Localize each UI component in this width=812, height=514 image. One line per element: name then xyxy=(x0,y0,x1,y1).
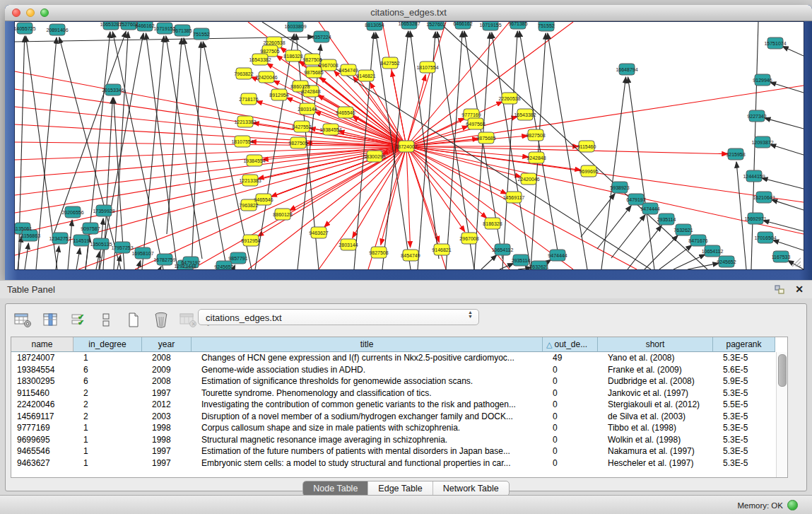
window-titlebar[interactable]: citations_edges.txt xyxy=(5,5,812,21)
table-cell: 2012 xyxy=(142,399,192,411)
table-cell: 49 xyxy=(543,352,598,364)
column-header-year[interactable]: year xyxy=(142,337,192,352)
table-row[interactable]: 1830029562008Estimation of significance … xyxy=(11,375,787,387)
graph-node-label: 14569117 xyxy=(503,195,525,200)
graph-node-label: 8471676 xyxy=(688,238,707,243)
table-cell: Stergiakouli et al. (2012) xyxy=(598,399,713,411)
table-cell: 1998 xyxy=(142,422,192,434)
table-cell: Estimation of the future numbers of pati… xyxy=(192,445,543,457)
graph-node-label: 9357224 xyxy=(312,35,331,40)
graph-edge xyxy=(502,31,517,269)
graph-edge xyxy=(531,33,546,269)
column-header-title[interactable]: title xyxy=(192,337,543,352)
tab-node-table[interactable]: Node Table xyxy=(303,481,368,496)
table-scrollbar[interactable] xyxy=(776,352,787,477)
table-cell: 5.3E-5 xyxy=(713,411,775,423)
table-panel-header: Table Panel ✕ xyxy=(0,280,812,300)
graph-node-label: 6497568 xyxy=(466,122,485,127)
table-cell: 5.3E-5 xyxy=(713,445,775,457)
memory-indicator[interactable]: Memory: OK xyxy=(737,500,798,510)
table-header-row: namein_degreeyeartitle△out_de...shortpag… xyxy=(11,337,787,352)
column-header-outde[interactable]: △out_de... xyxy=(543,337,598,352)
graph-node-label: 9465546 xyxy=(336,110,355,115)
table-cell: 1998 xyxy=(142,434,192,446)
table-row[interactable]: 2242004622012Investigating the contribut… xyxy=(11,399,787,411)
graph-node-label: 9827508 xyxy=(526,133,545,138)
table-cell: Disruption of a novel member of a sodium… xyxy=(192,411,543,423)
float-panel-icon[interactable] xyxy=(774,284,785,295)
graph-edge xyxy=(500,263,514,269)
graph-node-label: 22420046 xyxy=(255,75,277,80)
graph-edge xyxy=(406,22,446,146)
column-header-short[interactable]: short xyxy=(598,337,713,352)
graph-edge xyxy=(146,33,177,269)
delete-column-icon[interactable] xyxy=(152,312,170,329)
graph-node-label: 16033809 xyxy=(284,24,306,29)
graph-edge xyxy=(439,22,707,269)
table-row[interactable]: 911546021997Tourette syndrome. Phenomeno… xyxy=(11,387,787,399)
table-row[interactable]: 1938455462009Genome-wide association stu… xyxy=(11,364,787,376)
graph-node-label: 12444159 xyxy=(743,174,765,179)
graph-edge xyxy=(406,75,425,146)
delete-table-icon[interactable]: ✕ xyxy=(180,312,198,329)
graph-edge xyxy=(481,255,497,269)
table-row[interactable]: 946554611997Estimation of the future num… xyxy=(11,445,787,457)
graph-edge xyxy=(68,220,72,269)
table-cell: 9115460 xyxy=(11,387,73,399)
graph-node-label: 6479197 xyxy=(181,260,200,265)
graph-edge xyxy=(406,146,411,247)
graph-node-label: 22260538 xyxy=(498,96,520,101)
graph-node-label: 3215958 xyxy=(726,152,745,157)
graph-node-label: 12213383 xyxy=(239,178,261,183)
graph-node-label: 9827505 xyxy=(260,49,279,54)
table-cell: de Silva et al. (2003) xyxy=(598,411,713,423)
table-cell: 1 xyxy=(73,445,142,457)
table-cell: 0 xyxy=(543,399,598,411)
close-panel-icon[interactable]: ✕ xyxy=(795,284,804,295)
table-cell: Yano et al. (2008) xyxy=(598,352,713,364)
table-cell: 0 xyxy=(543,364,598,376)
column-header-name[interactable]: name xyxy=(11,337,73,352)
table-cell: 6 xyxy=(73,364,142,376)
graph-node-label: 15692971 xyxy=(744,216,766,221)
table-panel-title: Table Panel xyxy=(7,284,55,295)
select-mode-icon[interactable]: ✔ ✔ xyxy=(69,312,88,329)
table-cell: 14569117 xyxy=(11,411,73,423)
node-table: namein_degreeyeartitle△out_de...shortpag… xyxy=(11,337,788,478)
graph-node-label: 8860128 xyxy=(273,212,292,217)
new-column-icon[interactable] xyxy=(124,312,143,329)
table-row[interactable]: 969969511998Structural magnetic resonanc… xyxy=(11,434,787,446)
resize-grip-icon[interactable] xyxy=(792,257,801,267)
table-row[interactable]: 1456911722003Disruption of a novel membe… xyxy=(11,411,787,423)
graph-node-label: 2967008 xyxy=(459,236,478,241)
graph-node-label: 8813054 xyxy=(365,23,384,28)
table-cell: 0 xyxy=(543,422,598,434)
table-row[interactable]: 946362711997Embryonic stem cells: a mode… xyxy=(11,457,787,469)
graph-node-label: 9242848 xyxy=(526,156,546,160)
column-header-indegree[interactable]: in_degree xyxy=(73,337,142,352)
table-cell: 5.3E-5 xyxy=(713,387,775,399)
table-cell: 2 xyxy=(73,387,142,399)
table-cell: 0 xyxy=(543,457,598,469)
graph-node-label: 10719155 xyxy=(479,23,501,28)
graph-node-label: 12093872 xyxy=(751,140,773,145)
memory-label: Memory: OK xyxy=(737,501,783,510)
graph-edge xyxy=(770,144,804,155)
scrollbar-thumb[interactable] xyxy=(778,354,787,387)
tab-network-table[interactable]: Network Table xyxy=(433,481,509,496)
column-header-pagerank[interactable]: pagerank xyxy=(713,337,775,352)
show-columns-icon[interactable] xyxy=(42,312,60,329)
table-row[interactable]: 977716911998Corpus callosum shape and si… xyxy=(11,422,787,434)
network-table-select[interactable]: citations_edges.txt ▲▼ xyxy=(198,309,479,325)
graph-edge xyxy=(659,245,692,269)
network-canvas[interactable]: 1872400722260538982750516543382818632898… xyxy=(14,21,804,270)
table-cell: 1 xyxy=(73,422,142,434)
merge-tables-icon[interactable] xyxy=(97,312,115,329)
table-cell: 2003 xyxy=(142,411,192,423)
table-settings-icon[interactable] xyxy=(14,312,33,329)
tab-edge-table[interactable]: Edge Table xyxy=(368,481,433,496)
graph-node-label: 9463627 xyxy=(309,230,328,235)
table-row[interactable]: 1872400712008Changes of HCN gene express… xyxy=(11,352,787,364)
table-cell: Changes of HCN gene expression and I(f) … xyxy=(192,352,543,364)
graph-node-label: 10653287 xyxy=(398,22,420,26)
